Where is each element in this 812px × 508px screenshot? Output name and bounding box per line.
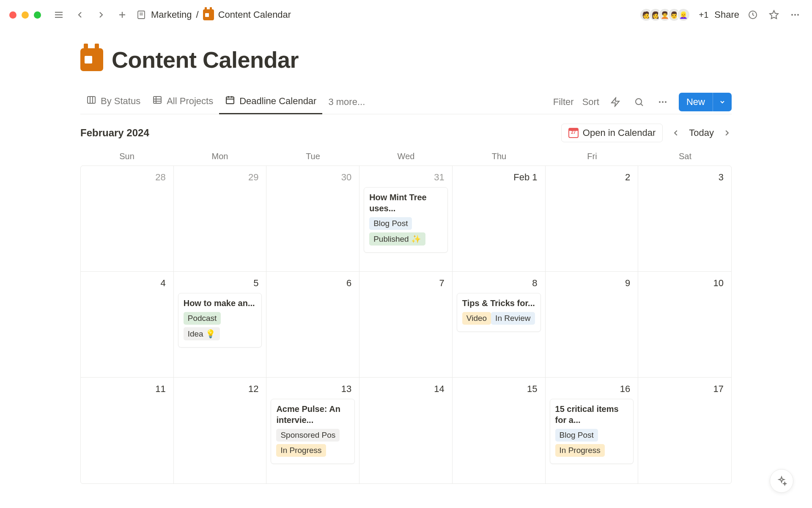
- automations-icon[interactable]: [608, 94, 623, 110]
- day-number: 9: [550, 276, 634, 290]
- calendar-day[interactable]: 17: [638, 378, 731, 483]
- day-number: 4: [85, 276, 169, 290]
- card-tag: Idea 💡: [184, 327, 220, 340]
- view-tab-all-projects[interactable]: All Projects: [146, 90, 219, 114]
- breadcrumb-parent[interactable]: Marketing: [151, 9, 192, 20]
- svg-point-12: [797, 14, 799, 16]
- calendar-day[interactable]: 6: [266, 272, 359, 378]
- new-tab[interactable]: [115, 7, 130, 22]
- calendar-day[interactable]: 11: [81, 378, 174, 483]
- day-header: Sun: [80, 152, 173, 161]
- window-controls: [9, 11, 41, 19]
- calendar-event-card[interactable]: How to make an...PodcastIdea 💡: [178, 293, 262, 348]
- day-number: 16: [550, 382, 634, 396]
- nav-back[interactable]: [72, 7, 88, 22]
- page-icon[interactable]: [80, 48, 103, 71]
- calendar-day[interactable]: 5How to make an...PodcastIdea 💡: [174, 272, 267, 378]
- day-number: Feb 1: [457, 170, 541, 185]
- search-icon[interactable]: [631, 94, 647, 110]
- day-number: 5: [178, 276, 262, 290]
- calendar-day[interactable]: 13Acme Pulse: An intervie...Sponsored Po…: [266, 378, 359, 483]
- next-month[interactable]: [722, 128, 732, 138]
- svg-rect-16: [154, 97, 161, 103]
- card-title: Acme Pulse: An intervie...: [276, 403, 349, 425]
- day-number: 3: [642, 170, 727, 185]
- breadcrumb-current[interactable]: Content Calendar: [218, 9, 291, 20]
- avatar-overflow[interactable]: +1: [699, 10, 708, 20]
- calendar-grid: 28293031How Mint Tree uses...Blog PostPu…: [80, 166, 732, 484]
- calendar-event-card[interactable]: 15 critical items for a...Blog PostIn Pr…: [550, 399, 634, 464]
- calendar-day[interactable]: 31How Mint Tree uses...Blog PostPublishe…: [359, 166, 453, 272]
- today-button[interactable]: Today: [689, 127, 714, 138]
- day-number: 11: [85, 382, 169, 396]
- day-header: Mon: [173, 152, 266, 161]
- page-title[interactable]: Content Calendar: [112, 47, 299, 73]
- calendar-day[interactable]: 7: [359, 272, 453, 378]
- svg-point-25: [636, 99, 642, 105]
- open-in-calendar-label: Open in Calendar: [583, 127, 656, 138]
- parent-page-icon: [136, 9, 147, 20]
- window-close[interactable]: [9, 11, 16, 19]
- calendar-day[interactable]: 28: [81, 166, 174, 272]
- view-tab-label: All Projects: [167, 96, 213, 107]
- view-tab-label: Deadline Calendar: [239, 96, 316, 107]
- sort-button[interactable]: Sort: [582, 97, 599, 108]
- updates-icon[interactable]: [745, 7, 760, 22]
- view-options-icon[interactable]: [655, 94, 670, 110]
- filter-button[interactable]: Filter: [553, 97, 574, 108]
- open-in-calendar-button[interactable]: Open in Calendar: [561, 124, 663, 142]
- ai-assistant-button[interactable]: [770, 469, 793, 493]
- calendar-day[interactable]: 4: [81, 272, 174, 378]
- day-number: 12: [178, 382, 262, 396]
- view-tab-by-status[interactable]: By Status: [80, 90, 146, 114]
- window-maximize[interactable]: [34, 11, 41, 19]
- page-heading: Content Calendar: [80, 47, 732, 73]
- favorite-icon[interactable]: [766, 7, 782, 22]
- view-tab-deadline-calendar[interactable]: Deadline Calendar: [219, 90, 322, 114]
- calendar-day[interactable]: 1615 critical items for a...Blog PostIn …: [546, 378, 639, 483]
- calendar-icon: [225, 95, 235, 108]
- month-label: February 2024: [80, 127, 149, 139]
- svg-line-26: [641, 104, 643, 106]
- nav-forward[interactable]: [93, 7, 109, 22]
- day-number: 14: [364, 382, 448, 396]
- calendar-day[interactable]: 10: [638, 272, 731, 378]
- calendar-day[interactable]: Feb 1: [453, 166, 546, 272]
- day-number: 29: [178, 170, 262, 185]
- calendar-day[interactable]: 29: [174, 166, 267, 272]
- card-tag: Podcast: [184, 312, 221, 325]
- calendar-day[interactable]: 15: [453, 378, 546, 483]
- calendar-day[interactable]: 3: [638, 166, 731, 272]
- day-header: Sat: [639, 152, 732, 161]
- presence-avatars[interactable]: 🧑 👩 🧑‍🦱 👨 👱‍♀️: [639, 8, 690, 22]
- views-more[interactable]: 3 more...: [322, 97, 371, 108]
- calendar-day[interactable]: 12: [174, 378, 267, 483]
- day-number: 13: [271, 382, 355, 396]
- day-number: 7: [364, 276, 448, 290]
- card-tag: Video: [462, 312, 491, 325]
- calendar-day[interactable]: 9: [546, 272, 639, 378]
- new-button[interactable]: New: [679, 93, 732, 111]
- svg-point-28: [662, 101, 664, 103]
- more-menu-icon[interactable]: [787, 7, 803, 22]
- day-number: 2: [550, 170, 634, 185]
- calendar-event-card[interactable]: How Mint Tree uses...Blog PostPublished …: [364, 187, 448, 253]
- window-minimize[interactable]: [22, 11, 29, 19]
- share-button[interactable]: Share: [714, 9, 739, 20]
- card-title: How Mint Tree uses...: [369, 192, 442, 214]
- day-number: 8: [457, 276, 541, 290]
- svg-marker-24: [612, 98, 619, 106]
- calendar-day[interactable]: 14: [359, 378, 453, 483]
- breadcrumb-separator: /: [196, 9, 199, 20]
- calendar-day[interactable]: 2: [546, 166, 639, 272]
- calendar-event-card[interactable]: Tips & Tricks for...VideoIn Review: [457, 293, 541, 332]
- calendar-day[interactable]: 30: [266, 166, 359, 272]
- card-tag: Blog Post: [369, 217, 412, 230]
- sidebar-toggle[interactable]: [51, 7, 66, 22]
- card-tag: In Progress: [276, 444, 326, 457]
- calendar-event-card[interactable]: Acme Pulse: An intervie...Sponsored PosI…: [271, 399, 355, 464]
- calendar-day[interactable]: 8Tips & Tricks for...VideoIn Review: [453, 272, 546, 378]
- new-button-dropdown[interactable]: [713, 93, 732, 111]
- prev-month[interactable]: [671, 128, 680, 138]
- day-header: Fri: [546, 152, 639, 161]
